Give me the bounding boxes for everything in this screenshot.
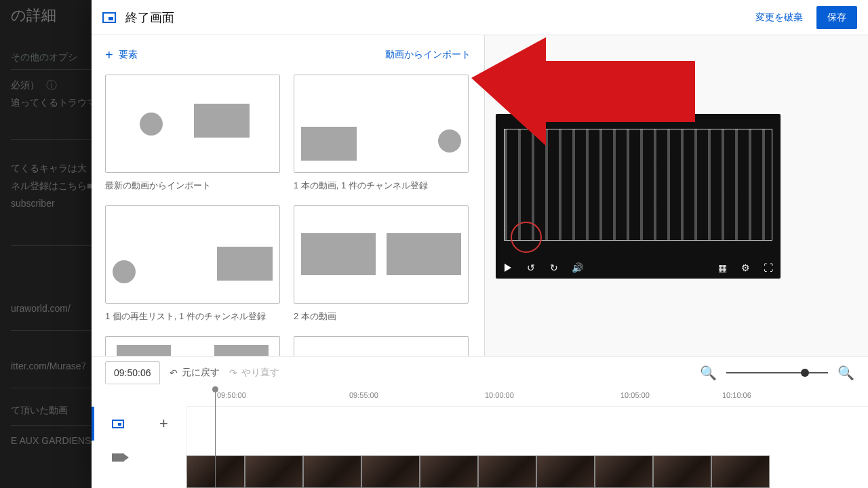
- end-screen-dialog: 終了画面 変更を破棄 保存 + 要素 動画からインポート: [92, 0, 868, 488]
- undo-button[interactable]: ↶ 元に戻す: [170, 367, 220, 379]
- rewind-10-icon[interactable]: ↺: [524, 261, 538, 274]
- redo-icon: ↷: [229, 367, 237, 378]
- templates-pane: + 要素 動画からインポート 最新の動画からインポート: [92, 35, 485, 356]
- add-element-button[interactable]: + 要素: [105, 48, 138, 62]
- import-from-video-button[interactable]: 動画からインポート: [385, 49, 471, 61]
- fullscreen-icon[interactable]: ⛶: [762, 261, 775, 274]
- track-endscreen[interactable]: +: [92, 407, 186, 441]
- dialog-title: 終了画面: [125, 9, 747, 26]
- forward-10-icon[interactable]: ↻: [547, 261, 561, 274]
- annotation-arrow: [471, 37, 702, 146]
- timecode-input[interactable]: 09:50:06: [105, 361, 160, 384]
- undo-icon: ↶: [170, 367, 178, 378]
- camera-icon: [112, 453, 124, 462]
- timeline-panel: 09:50:06 ↶ 元に戻す ↷ やり直す 🔍 🔍 09:50:00 09:5…: [92, 356, 868, 488]
- end-screen-icon: [102, 12, 116, 23]
- grid-icon[interactable]: ▦: [715, 261, 729, 274]
- template-label: 1 個の再生リスト, 1 件のチャンネル登録: [105, 310, 280, 323]
- template-card[interactable]: 1 本の動画, 1 件のチャンネル登録: [294, 75, 469, 192]
- settings-gear-icon[interactable]: ⚙: [738, 261, 752, 274]
- plus-icon[interactable]: +: [159, 415, 168, 432]
- zoom-in-icon[interactable]: 🔍: [837, 365, 854, 381]
- save-button[interactable]: 保存: [816, 6, 857, 29]
- end-screen-icon: [112, 420, 124, 428]
- dialog-header: 終了画面 変更を破棄 保存: [92, 0, 868, 35]
- discard-button[interactable]: 変更を破棄: [747, 6, 811, 29]
- template-label: 2 本の動画: [294, 310, 469, 323]
- playhead[interactable]: [215, 388, 216, 487]
- track-video[interactable]: [92, 441, 186, 474]
- template-card[interactable]: 1 個の再生リスト, 1 件のチャンネル登録: [105, 205, 280, 323]
- plus-icon: +: [105, 48, 113, 62]
- player-controls: ↺ ↻ 🔊 ▦ ⚙ ⛶: [501, 261, 775, 274]
- video-thumbnail-strip[interactable]: [186, 407, 868, 488]
- play-button[interactable]: [501, 261, 515, 274]
- template-card[interactable]: [105, 336, 280, 356]
- template-card[interactable]: [294, 336, 469, 356]
- redo-button: ↷ やり直す: [229, 367, 279, 379]
- template-label: 最新の動画からインポート: [105, 180, 280, 192]
- zoom-out-icon[interactable]: 🔍: [700, 365, 717, 381]
- zoom-slider[interactable]: [726, 372, 828, 373]
- svg-marker-0: [471, 37, 695, 146]
- template-card[interactable]: 最新の動画からインポート: [105, 75, 280, 192]
- timeline-ruler[interactable]: 09:50:00 09:55:00 10:00:00 10:05:00 10:1…: [186, 389, 868, 407]
- volume-icon[interactable]: 🔊: [570, 261, 584, 274]
- template-card[interactable]: 2 本の動画: [294, 205, 469, 323]
- template-label: 1 本の動画, 1 件のチャンネル登録: [294, 180, 469, 192]
